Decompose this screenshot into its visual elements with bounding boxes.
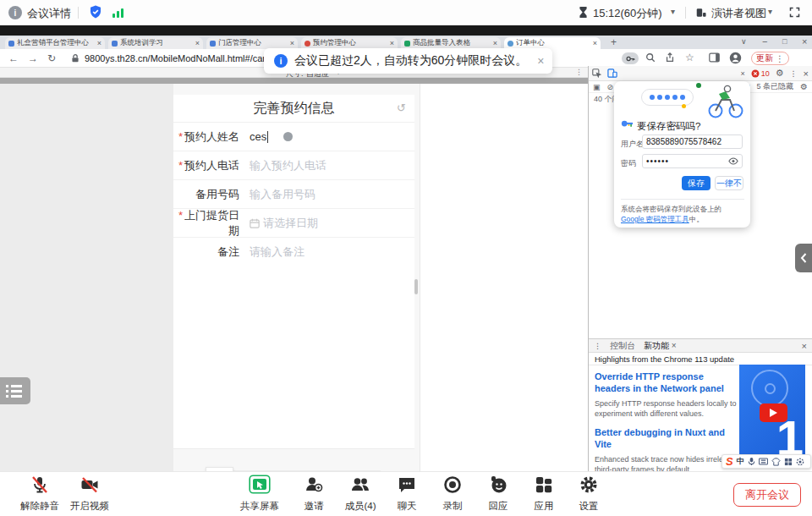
leave-meeting-button[interactable]: 离开会议 <box>733 483 801 507</box>
tab-close-icon[interactable]: × <box>97 39 102 47</box>
reload-icon[interactable]: ↻ <box>47 52 56 64</box>
new-tab-button[interactable]: + <box>611 36 617 48</box>
remark-input-placeholder[interactable]: 请输入备注 <box>250 244 304 260</box>
whats-new-link[interactable]: Override HTTP response headers in the Ne… <box>595 371 740 394</box>
browser-tab[interactable]: 礼盒营销平台管理中心 × <box>5 37 105 49</box>
browser-tab[interactable]: 预约管理中心 × <box>301 37 398 49</box>
password-input[interactable]: •••••• <box>642 154 743 168</box>
tab-favicon <box>210 41 216 47</box>
cyclist-illustration <box>705 83 744 118</box>
devtools-close-icon[interactable]: × <box>804 69 809 79</box>
panel-collapse-handle[interactable] <box>795 244 812 272</box>
devtools-settings-icon[interactable]: ⚙ <box>776 68 784 79</box>
tab-console[interactable]: 控制台 <box>610 340 635 352</box>
toolbar-video[interactable]: 开启视频 <box>59 475 120 513</box>
save-button[interactable]: 保存 <box>682 176 710 190</box>
notification-close-icon[interactable]: × <box>537 54 544 68</box>
gray-dot-icon <box>283 132 293 141</box>
fullscreen-icon[interactable] <box>788 6 801 19</box>
password-key-icon[interactable] <box>622 52 639 64</box>
ime-settings-icon[interactable] <box>796 458 804 466</box>
ime-grid-icon[interactable] <box>784 458 793 466</box>
forward-icon[interactable]: → <box>28 52 38 64</box>
toolbar-settings[interactable]: 设置 <box>558 475 619 513</box>
viewport-scrollbar[interactable] <box>414 279 418 294</box>
filter-settings-icon[interactable]: ⚙ <box>800 82 808 91</box>
field-label: 预约人姓名 <box>184 130 239 143</box>
side-panel-icon[interactable] <box>709 52 720 63</box>
lock-icon[interactable] <box>71 53 80 63</box>
browser-tab[interactable]: 商品批量导入表格 × <box>401 37 501 49</box>
tab-close-icon[interactable]: × <box>493 39 497 47</box>
field-date-row[interactable]: *上门提货日期 请选择日期 <box>173 209 414 238</box>
tab-close-icon[interactable]: × <box>593 39 597 47</box>
tab-favicon <box>112 41 118 47</box>
whats-new-link[interactable]: Better debugging in Nuxt and Vite <box>595 426 740 450</box>
tab-close-icon[interactable]: × <box>390 39 394 47</box>
tab-close-icon[interactable]: × <box>290 39 294 47</box>
console-clear-icon[interactable]: ⊘ <box>607 83 614 91</box>
name-input-value[interactable]: ces <box>250 130 293 143</box>
chrome-113-video-thumbnail[interactable]: 1 <box>739 365 805 456</box>
ime-lang-toggle[interactable]: 中 <box>737 456 744 467</box>
show-password-eye-icon[interactable] <box>728 157 738 165</box>
ime-skin-icon[interactable] <box>771 458 781 466</box>
console-sidebar-icon[interactable]: ▣ <box>593 83 601 91</box>
meeting-info-icon[interactable]: i <box>8 6 22 19</box>
ime-mic-icon[interactable] <box>748 457 755 466</box>
form-footer-area: 拖动滑块到右边 » 提交 <box>173 266 414 448</box>
backup-input-placeholder[interactable]: 输入备用号码 <box>250 187 315 202</box>
undo-icon[interactable]: ↺ <box>397 102 406 114</box>
tab-close-icon[interactable]: × <box>195 39 200 47</box>
username-input[interactable]: 8385889075578462 <box>642 134 743 149</box>
field-name-row[interactable]: *预约人姓名 ces <box>173 123 414 151</box>
devtools-menu-icon[interactable]: ⋮ <box>790 69 798 78</box>
browser-tab-active[interactable]: 订单中心 × <box>504 37 601 49</box>
settings-gear-icon <box>579 475 599 495</box>
date-input-placeholder[interactable]: 请选择日期 <box>250 216 318 231</box>
error-badge-icon[interactable]: 10 <box>751 69 770 78</box>
bookmark-star-icon[interactable]: ☆ <box>685 52 694 63</box>
drawer-close-icon[interactable]: × <box>802 341 807 351</box>
member-list-toggle[interactable] <box>0 377 30 404</box>
green-dot <box>696 83 701 88</box>
view-mode-label[interactable]: 演讲者视图 <box>711 6 766 21</box>
ime-keyboard-icon[interactable] <box>759 458 768 465</box>
react-icon <box>488 475 508 495</box>
meeting-timer: 15:12(60分钟) <box>593 6 662 21</box>
dialog-close-icon[interactable]: × <box>740 69 744 78</box>
browser-tab[interactable]: 门店管理中心 × <box>206 37 298 49</box>
meeting-details-label[interactable]: 会议详情 <box>27 6 71 21</box>
username-label: 用户名 <box>621 139 644 150</box>
window-maximize-icon[interactable]: □ <box>782 37 787 46</box>
timer-caret-icon[interactable]: ▾ <box>671 7 675 16</box>
window-minimize-icon[interactable]: − <box>762 36 767 47</box>
tab-whats-new[interactable]: 新功能 × <box>644 340 677 352</box>
field-backup-row[interactable]: 备用号码 输入备用号码 <box>173 180 414 209</box>
field-phone-row[interactable]: *预约人电话 输入预约人电话 <box>173 151 414 180</box>
toolbar-share-screen[interactable]: 共享屏幕 <box>229 475 290 513</box>
device-toggle-icon[interactable] <box>607 69 617 78</box>
phone-input-placeholder[interactable]: 输入预约人电话 <box>250 158 326 173</box>
device-toolbar-menu-icon[interactable]: ⋮ <box>575 68 583 76</box>
browser-tab[interactable]: 系统培训学习 × <box>108 37 203 49</box>
network-signal-icon[interactable] <box>112 7 125 19</box>
never-button[interactable]: 一律不 <box>715 176 743 190</box>
password-manager-link[interactable]: Google 密码管理工具 <box>621 215 689 223</box>
calendar-icon <box>250 218 260 228</box>
inspect-icon[interactable] <box>592 69 601 78</box>
security-shield-icon[interactable] <box>88 4 103 19</box>
back-icon[interactable]: ← <box>8 52 19 64</box>
field-remark-row[interactable]: 备注 请输入备注 <box>173 238 414 266</box>
window-close-icon[interactable]: × <box>802 36 807 47</box>
view-caret-icon[interactable]: ▾ <box>768 7 772 16</box>
share-page-icon[interactable] <box>665 52 675 63</box>
profile-avatar[interactable] <box>729 52 742 64</box>
tab-search-icon[interactable]: ∨ <box>741 37 747 46</box>
chrome-update-button[interactable]: 更新 ⋮ <box>751 52 789 65</box>
share-screen-icon <box>249 475 271 495</box>
tab-favicon <box>304 41 310 47</box>
zoom-icon[interactable] <box>645 52 656 63</box>
ime-toolbar[interactable]: S 中 <box>721 454 811 469</box>
drawer-menu-icon[interactable]: ⋮ <box>594 342 601 350</box>
